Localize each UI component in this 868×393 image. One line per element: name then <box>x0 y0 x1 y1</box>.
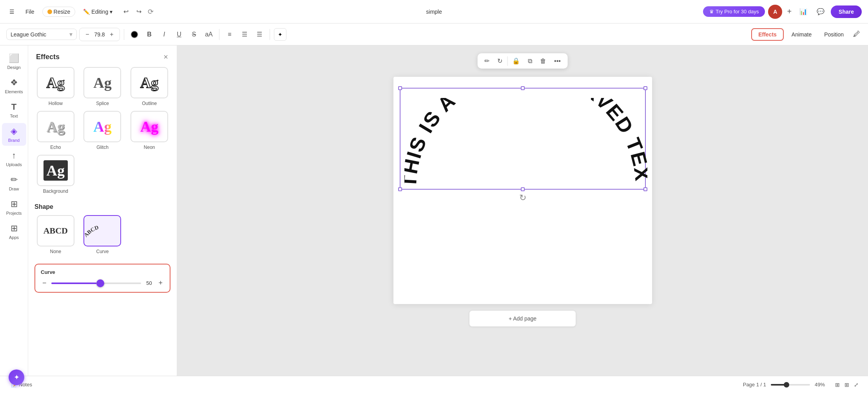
case-button[interactable]: aA <box>203 28 215 41</box>
resize-button[interactable]: Resize <box>42 7 76 17</box>
eyedropper-button[interactable]: 🖉 <box>852 29 862 40</box>
more-options-button[interactable]: ••• <box>551 56 564 66</box>
handle-bottom-right[interactable] <box>643 187 647 191</box>
analytics-button[interactable]: 📊 <box>796 6 810 17</box>
effects-button[interactable]: Effects <box>751 28 784 41</box>
hamburger-menu[interactable]: ☰ <box>6 7 18 16</box>
document-title: simple <box>426 9 442 15</box>
strikethrough-button[interactable]: S <box>188 28 200 41</box>
text-color-button[interactable] <box>128 28 141 41</box>
magic-wand-button[interactable]: ✦ <box>9 369 24 385</box>
elements-icon: ❖ <box>10 78 18 88</box>
undo-button[interactable]: ↩ <box>120 6 132 17</box>
page-info: Page 1 / 1 <box>743 382 766 388</box>
refresh-button[interactable]: ↻ <box>494 56 506 66</box>
effect-splice[interactable]: Ag Splice <box>82 67 124 106</box>
comments-button[interactable]: 💬 <box>814 6 828 17</box>
resize-dot <box>47 9 52 14</box>
canvas-float-toolbar: ✏ ↻ 🔒 ⧉ 🗑 ••• <box>477 53 568 69</box>
crown-icon: ♛ <box>709 9 714 14</box>
font-size-increase[interactable]: + <box>107 30 116 39</box>
bold-button[interactable]: B <box>143 28 156 41</box>
zoom-slider[interactable] <box>771 384 810 386</box>
try-pro-button[interactable]: ♛ Try Pro for 30 days <box>703 6 765 17</box>
editing-button[interactable]: ✏️ Editing ▾ <box>78 7 117 16</box>
effects-panel: Effects × Ag Hollow Ag Splice Ag <box>28 45 177 376</box>
handle-bottom-left[interactable] <box>398 187 402 191</box>
sidebar-item-elements[interactable]: ❖ Elements <box>2 74 26 97</box>
redo-button[interactable]: ↪ <box>133 6 145 17</box>
brand-icon: ◈ <box>11 126 17 136</box>
sidebar-item-apps[interactable]: ⊞ Apps <box>2 220 26 243</box>
animate-button[interactable]: Animate <box>787 29 816 40</box>
curve-section: Curve − 50 + <box>34 264 170 293</box>
add-page-button[interactable]: + Add page <box>469 310 576 327</box>
magic-effects-button[interactable]: ✦ <box>274 28 286 41</box>
uploads-icon: ↑ <box>12 150 16 161</box>
grid-view-button[interactable]: ⊞ <box>843 380 851 389</box>
zoom-percent: 49% <box>815 382 829 388</box>
font-selector[interactable]: League Gothic ▾ <box>6 29 77 40</box>
underline-button[interactable]: U <box>173 28 185 41</box>
position-button[interactable]: Position <box>819 29 848 40</box>
effect-echo[interactable]: Ag Echo <box>34 111 77 150</box>
cloud-save-button[interactable]: ⟳ <box>148 7 154 16</box>
sidebar-item-draw[interactable]: ✏ Draw <box>2 172 26 194</box>
status-bar: 📝 Notes Page 1 / 1 49% ⊞ ⊞ ⤢ <box>0 376 868 393</box>
curved-text-svg: THIS IS A SAMPLE CURVED TEXT ON CANVA <box>404 98 647 200</box>
avatar[interactable]: A <box>768 5 782 19</box>
align-left-button[interactable]: ≡ <box>223 28 236 41</box>
file-menu[interactable]: File <box>21 7 39 16</box>
shape-curve[interactable]: ABCD Curve <box>82 215 124 254</box>
sidebar-item-uploads[interactable]: ↑ Uploads <box>2 147 26 170</box>
text-icon: T <box>11 102 16 112</box>
effect-outline[interactable]: Ag Outline <box>128 67 170 106</box>
delete-button[interactable]: 🗑 <box>537 56 549 66</box>
dropdown-icon: ▾ <box>110 9 112 15</box>
handle-bottom-middle[interactable] <box>521 187 525 191</box>
font-dropdown-icon: ▾ <box>69 31 72 38</box>
sidebar-item-brand[interactable]: ◈ Brand <box>2 123 26 146</box>
lock-button[interactable]: 🔒 <box>509 56 523 66</box>
curve-slider-track[interactable] <box>51 283 141 284</box>
handle-top-left[interactable] <box>398 86 402 90</box>
draw-icon: ✏ <box>11 175 18 185</box>
effects-grid: Ag Hollow Ag Splice Ag Outline <box>28 67 177 200</box>
font-size-value: 79.8 <box>94 31 105 38</box>
handle-top-middle[interactable] <box>521 86 525 90</box>
share-button[interactable]: Share <box>831 5 862 18</box>
effect-background[interactable]: Ag Background <box>34 155 77 194</box>
effect-glitch[interactable]: Ag Glitch <box>82 111 124 150</box>
curve-label: Curve <box>41 269 164 275</box>
shape-none[interactable]: ABCD None <box>34 215 77 254</box>
bullet-list-button[interactable]: ☰ <box>238 28 251 41</box>
add-collaborator-button[interactable]: + <box>785 5 793 18</box>
pencil-icon: ✏️ <box>83 9 90 15</box>
curve-slider-fill <box>51 283 96 284</box>
hamburger-icon: ☰ <box>9 9 14 15</box>
curve-value: 50 <box>144 280 154 286</box>
curve-slider-thumb[interactable] <box>96 279 104 287</box>
effect-neon[interactable]: Ag Neon <box>128 111 170 150</box>
sidebar-item-design[interactable]: ⬜ Design <box>2 50 26 73</box>
fit-view-button[interactable]: ⊞ <box>834 380 841 389</box>
effect-hollow[interactable]: Ag Hollow <box>34 67 77 106</box>
copy-button[interactable]: ⧉ <box>525 56 535 66</box>
numbered-list-button[interactable]: ☰ <box>253 28 266 41</box>
sidebar-item-projects[interactable]: ⊞ Projects <box>2 196 26 219</box>
edit-text-button[interactable]: ✏ <box>481 56 493 66</box>
apps-icon: ⊞ <box>11 223 18 234</box>
font-size-decrease[interactable]: − <box>83 30 92 39</box>
close-effects-panel[interactable]: × <box>163 52 169 62</box>
text-selection-box[interactable]: THIS IS A SAMPLE CURVED TEXT ON CANVA <box>400 88 646 190</box>
fullscreen-button[interactable]: ⤢ <box>852 380 860 389</box>
italic-button[interactable]: I <box>158 28 170 41</box>
canvas-wrapper: THIS IS A SAMPLE CURVED TEXT ON CANVA ↻ <box>393 77 652 304</box>
curve-increase-button[interactable]: + <box>157 279 164 287</box>
curve-decrease-button[interactable]: − <box>41 279 48 287</box>
shape-grid: ABCD None ABCD Curve <box>28 215 177 261</box>
rotate-handle[interactable]: ↻ <box>519 193 526 203</box>
sidebar-item-text[interactable]: T Text <box>2 99 26 121</box>
handle-top-right[interactable] <box>643 86 647 90</box>
canvas-area: ✏ ↻ 🔒 ⧉ 🗑 ••• <box>177 45 868 376</box>
